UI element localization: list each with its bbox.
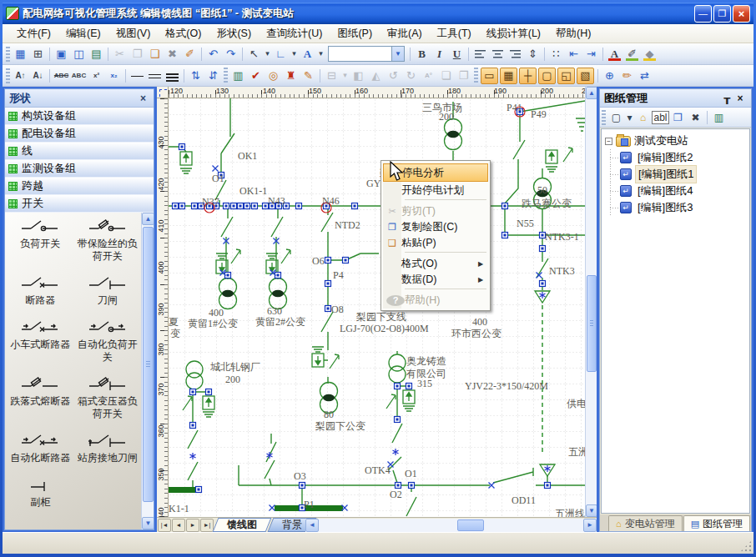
menu-item-copy-drawing[interactable]: ❐ 复制绘图(C) bbox=[383, 219, 488, 234]
separator[interactable] bbox=[123, 68, 129, 84]
copy-icon[interactable]: ❐ bbox=[129, 46, 146, 63]
shapesheet-icon[interactable]: ⊞ bbox=[29, 46, 47, 63]
text-style-combo[interactable]: ▼ bbox=[328, 46, 405, 62]
export-icon[interactable]: ▥ bbox=[710, 109, 728, 126]
new-diagram-icon[interactable]: ▦ bbox=[12, 46, 29, 63]
scroll-left-icon[interactable]: ◄ bbox=[305, 519, 319, 532]
dropdown-icon[interactable]: ▾ bbox=[316, 46, 325, 63]
menu-item-start-outage-plan[interactable]: 开始停电计划 bbox=[383, 183, 488, 198]
group-line[interactable]: 线 bbox=[5, 143, 154, 160]
scroll-down-icon[interactable]: ▼ bbox=[586, 504, 597, 517]
line-thick-icon[interactable] bbox=[164, 68, 181, 84]
chevron-down-icon[interactable]: ▼ bbox=[391, 47, 404, 61]
close-button[interactable]: × bbox=[733, 5, 750, 23]
separator[interactable] bbox=[105, 46, 111, 63]
next-sheet-button[interactable]: ► bbox=[186, 519, 199, 532]
sheet-tab-feeder-diagram[interactable]: 馈线图 bbox=[215, 518, 269, 532]
maximize-button[interactable]: ❐ bbox=[713, 5, 731, 23]
approve-icon[interactable]: ✔ bbox=[247, 68, 265, 84]
page-layout-toggle-icon[interactable]: ◱ bbox=[557, 68, 575, 84]
minimize-button[interactable]: — bbox=[694, 5, 712, 23]
menu-item[interactable]: 查询统计(U) bbox=[259, 24, 330, 43]
shape-fused-load-switch[interactable]: 带保险丝的负荷开关 bbox=[74, 219, 142, 263]
menu-item[interactable]: 线损计算(L) bbox=[479, 24, 548, 43]
save-icon[interactable]: ▣ bbox=[53, 46, 70, 63]
tree-item-drawing3[interactable]: ↵ [编辑]图纸3 bbox=[603, 199, 748, 216]
open-drawing-icon[interactable]: ⌂ bbox=[634, 109, 652, 126]
tree-item-drawing1[interactable]: ↵ [编辑]图纸1 bbox=[603, 166, 748, 183]
vertical-text-icon[interactable]: ⇕ bbox=[524, 46, 542, 63]
menu-item[interactable]: 编辑(E) bbox=[58, 24, 108, 43]
shape-breaker[interactable]: 断路器 bbox=[7, 276, 74, 307]
shrink-font-icon[interactable]: A↓ bbox=[29, 68, 47, 84]
group-crossing[interactable]: 跨越 bbox=[5, 178, 154, 195]
redo-icon[interactable]: ↷ bbox=[222, 46, 239, 63]
align-right-icon[interactable] bbox=[507, 46, 524, 63]
tab-substation-management[interactable]: ⌂ 变电站管理 bbox=[608, 515, 683, 531]
spacing-increase-icon[interactable]: ⇅ bbox=[187, 68, 204, 84]
toolbar-handle[interactable] bbox=[222, 68, 229, 84]
bring-front-icon[interactable]: ❏ bbox=[437, 68, 455, 84]
rename-icon[interactable]: abl bbox=[652, 109, 669, 126]
pin-icon[interactable]: ┰ bbox=[720, 93, 733, 104]
stamp-icon[interactable]: ♜ bbox=[282, 68, 300, 84]
separator[interactable] bbox=[595, 68, 601, 84]
canvas-vertical-scrollbar[interactable]: ▲ ▼ bbox=[585, 87, 597, 517]
flip-horizontal-icon[interactable]: ◧ bbox=[350, 68, 367, 84]
scrollbar-thumb[interactable] bbox=[143, 227, 154, 502]
separator[interactable] bbox=[542, 46, 547, 63]
align-center-icon[interactable] bbox=[489, 46, 507, 63]
tree-item-drawing4[interactable]: ↵ [编辑]图纸4 bbox=[603, 183, 748, 199]
align-left-icon[interactable] bbox=[471, 46, 489, 63]
rotate-right-icon[interactable]: ↻ bbox=[402, 68, 420, 84]
dropdown-icon[interactable]: ▾ bbox=[263, 46, 272, 63]
dropdown-icon[interactable]: ▾ bbox=[290, 46, 299, 63]
separator[interactable] bbox=[704, 109, 710, 126]
separator[interactable] bbox=[466, 46, 471, 63]
paste-icon[interactable]: ❑ bbox=[146, 46, 164, 63]
guides-toggle-icon[interactable]: ┼ bbox=[519, 68, 537, 84]
tree-expander-icon[interactable]: − bbox=[605, 138, 612, 145]
send-back-icon[interactable]: ❐ bbox=[455, 68, 472, 84]
toolbar-handle[interactable] bbox=[6, 47, 10, 62]
delete-icon[interactable]: ✖ bbox=[164, 46, 181, 63]
drawing-canvas[interactable]: 三鸟市场200P41P49OK1O1OK1-1N37N43N46梨园下支线GYJ… bbox=[169, 98, 585, 517]
text-tool-icon[interactable]: A bbox=[299, 46, 316, 63]
menu-item-help[interactable]: ? 帮助(H) bbox=[383, 293, 488, 308]
rotate-left-icon[interactable]: ↺ bbox=[385, 68, 402, 84]
edit-note-icon[interactable]: ✎ bbox=[300, 68, 317, 84]
format-painter-icon[interactable]: ✐ bbox=[181, 46, 199, 63]
shape-aux-cabinet[interactable]: 副柜 bbox=[7, 478, 74, 509]
menu-item-cut[interactable]: ✂ 剪切(T) bbox=[383, 203, 488, 218]
shape-load-switch[interactable]: 负荷开关 bbox=[7, 219, 74, 263]
group-distribution-equipment[interactable]: 配电设备组 bbox=[5, 125, 154, 143]
shape-dropout-fuse[interactable]: 跌落式熔断器 bbox=[7, 377, 74, 420]
subscript-icon[interactable]: x₂ bbox=[105, 68, 123, 84]
undo-icon[interactable]: ↶ bbox=[204, 46, 222, 63]
properties-icon[interactable]: ✏ bbox=[618, 68, 636, 84]
group-structure-equipment[interactable]: 构筑设备组 bbox=[5, 108, 154, 125]
resize-grip[interactable] bbox=[740, 540, 752, 552]
flip-vertical-icon[interactable]: ◭ bbox=[367, 68, 385, 84]
scrollbar-thumb[interactable] bbox=[587, 275, 597, 372]
data-view-toggle-icon[interactable]: ▧ bbox=[577, 68, 594, 84]
separator[interactable] bbox=[600, 46, 606, 63]
superscript-icon[interactable]: x² bbox=[88, 68, 105, 84]
group-switch[interactable]: 开关 bbox=[5, 195, 154, 213]
search-drawing-icon[interactable]: ◎ bbox=[265, 68, 282, 84]
pointer-tool-icon[interactable]: ↖ bbox=[245, 46, 263, 63]
menu-item[interactable]: 形状(S) bbox=[209, 24, 259, 43]
menu-item[interactable]: 格式(O) bbox=[158, 24, 209, 43]
underline-icon[interactable]: U bbox=[448, 46, 466, 63]
menu-item[interactable]: 视图(V) bbox=[108, 24, 159, 43]
scroll-up-icon[interactable]: ▲ bbox=[586, 87, 597, 99]
tree-item-substation-root[interactable]: − 测试变电站 bbox=[603, 133, 748, 149]
separator[interactable] bbox=[407, 46, 413, 63]
separator[interactable] bbox=[181, 68, 187, 84]
separator[interactable] bbox=[47, 68, 53, 84]
outdent-icon[interactable]: ⇤ bbox=[565, 46, 582, 63]
scrollbar-thumb[interactable] bbox=[457, 519, 484, 531]
menu-item-paste[interactable]: ❑ 粘贴(P) bbox=[383, 235, 488, 250]
separator[interactable] bbox=[199, 46, 204, 63]
line-thin-icon[interactable] bbox=[129, 68, 146, 84]
